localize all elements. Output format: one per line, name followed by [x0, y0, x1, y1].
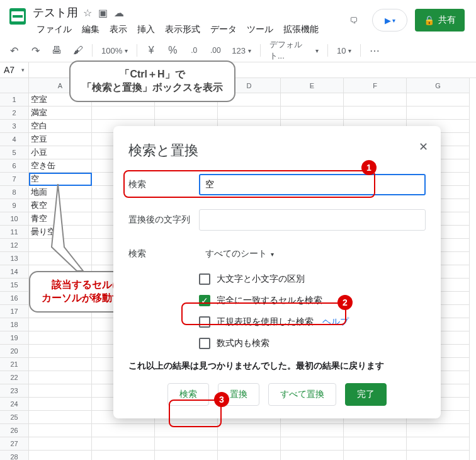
- cell-A6[interactable]: 空き缶: [29, 159, 92, 173]
- done-button[interactable]: 完了: [345, 383, 387, 406]
- replace-input[interactable]: [199, 209, 426, 231]
- col-header-G[interactable]: G: [407, 78, 470, 93]
- row-header-4[interactable]: 4: [0, 133, 29, 146]
- scope-dropdown[interactable]: すべてのシート: [199, 244, 280, 263]
- cell-B2[interactable]: [92, 106, 155, 120]
- undo-button[interactable]: ↶: [5, 42, 23, 59]
- menu-format[interactable]: 表示形式: [161, 23, 204, 37]
- select-all-corner[interactable]: [0, 78, 29, 93]
- cell-A21[interactable]: [29, 358, 92, 371]
- paint-format-button[interactable]: 🖌: [69, 42, 87, 59]
- name-box[interactable]: A7▾: [0, 62, 29, 78]
- meet-button[interactable]: ▶▾: [372, 9, 407, 32]
- row-header-16[interactable]: 16: [0, 292, 29, 305]
- cell-F2[interactable]: [344, 106, 407, 120]
- row-header-21[interactable]: 21: [0, 358, 29, 371]
- row-header-23[interactable]: 23: [0, 384, 29, 398]
- close-icon[interactable]: ✕: [419, 140, 428, 154]
- star-icon[interactable]: ☆: [83, 7, 92, 19]
- menu-tools[interactable]: ツール: [243, 23, 277, 37]
- row-header-2[interactable]: 2: [0, 106, 29, 120]
- more-toolbar-icon[interactable]: ⋯: [366, 42, 383, 59]
- font-dropdown[interactable]: デフォルト...: [266, 42, 322, 59]
- menu-view[interactable]: 表示: [106, 23, 131, 37]
- menu-insert[interactable]: 挿入: [133, 23, 159, 37]
- row-header-19[interactable]: 19: [0, 331, 29, 345]
- row-header-3[interactable]: 3: [0, 120, 29, 133]
- cell-F1[interactable]: [344, 93, 407, 106]
- font-size-dropdown[interactable]: 10: [333, 42, 355, 59]
- cell-E1[interactable]: [281, 93, 344, 106]
- cell-A28[interactable]: [29, 451, 92, 460]
- row-header-17[interactable]: 17: [0, 305, 29, 318]
- col-header-F[interactable]: F: [344, 78, 407, 93]
- row-header-18[interactable]: 18: [0, 318, 29, 331]
- cell-G1[interactable]: [407, 93, 470, 106]
- cloud-icon[interactable]: ☁: [114, 7, 124, 19]
- row-header-11[interactable]: 11: [0, 226, 29, 239]
- row-header-27[interactable]: 27: [0, 437, 29, 451]
- cell-A19[interactable]: [29, 331, 92, 345]
- cell-D28[interactable]: [218, 451, 281, 460]
- cell-B26[interactable]: [92, 424, 155, 437]
- cell-E26[interactable]: [281, 424, 344, 437]
- row-header-26[interactable]: 26: [0, 424, 29, 437]
- comments-icon[interactable]: 🗨: [342, 9, 365, 32]
- cell-A4[interactable]: 空豆: [29, 133, 92, 146]
- row-header-24[interactable]: 24: [0, 398, 29, 411]
- doc-title[interactable]: テスト用: [33, 5, 78, 20]
- cell-A23[interactable]: [29, 384, 92, 398]
- cell-C28[interactable]: [155, 451, 218, 460]
- row-header-1[interactable]: 1: [0, 93, 29, 106]
- print-button[interactable]: 🖶: [48, 42, 65, 59]
- row-header-22[interactable]: 22: [0, 371, 29, 384]
- decrease-decimal-button[interactable]: .0: [185, 42, 203, 59]
- cell-A24[interactable]: [29, 398, 92, 411]
- cell-A25[interactable]: [29, 411, 92, 424]
- find-button[interactable]: 検索: [167, 383, 209, 406]
- cell-G27[interactable]: [407, 437, 470, 451]
- cell-D26[interactable]: [218, 424, 281, 437]
- cell-D2[interactable]: [218, 106, 281, 120]
- help-link[interactable]: ヘルプ: [322, 316, 349, 328]
- menu-extensions[interactable]: 拡張機能: [280, 23, 322, 37]
- checkbox-match-case[interactable]: [199, 273, 210, 285]
- currency-button[interactable]: ¥: [142, 42, 160, 59]
- cell-G2[interactable]: [407, 106, 470, 120]
- increase-decimal-button[interactable]: .00: [207, 42, 224, 59]
- cell-F27[interactable]: [344, 437, 407, 451]
- checkbox-regex[interactable]: [199, 316, 210, 328]
- menu-edit[interactable]: 編集: [78, 23, 103, 37]
- cell-C2[interactable]: [155, 106, 218, 120]
- sheets-logo[interactable]: [5, 4, 30, 29]
- col-header-E[interactable]: E: [281, 78, 344, 93]
- cell-E2[interactable]: [281, 106, 344, 120]
- cell-A26[interactable]: [29, 424, 92, 437]
- cell-B28[interactable]: [92, 451, 155, 460]
- search-input[interactable]: [199, 174, 426, 195]
- row-header-6[interactable]: 6: [0, 159, 29, 173]
- row-header-25[interactable]: 25: [0, 411, 29, 424]
- cell-G28[interactable]: [407, 451, 470, 460]
- cell-E27[interactable]: [281, 437, 344, 451]
- checkbox-formula[interactable]: [199, 338, 210, 349]
- cell-F28[interactable]: [344, 451, 407, 460]
- cell-A22[interactable]: [29, 371, 92, 384]
- menu-file[interactable]: ファイル: [33, 23, 76, 37]
- cell-F26[interactable]: [344, 424, 407, 437]
- row-header-12[interactable]: 12: [0, 239, 29, 252]
- share-button[interactable]: 🔒共有: [415, 9, 465, 32]
- more-formats-dropdown[interactable]: 123: [228, 42, 255, 59]
- cell-A3[interactable]: 空白: [29, 120, 92, 133]
- cell-E28[interactable]: [281, 451, 344, 460]
- row-header-8[interactable]: 8: [0, 186, 29, 199]
- cell-D27[interactable]: [218, 437, 281, 451]
- menu-data[interactable]: データ: [207, 23, 241, 37]
- row-header-9[interactable]: 9: [0, 199, 29, 212]
- cell-G26[interactable]: [407, 424, 470, 437]
- cell-A20[interactable]: [29, 345, 92, 358]
- row-header-10[interactable]: 10: [0, 212, 29, 226]
- row-header-7[interactable]: 7: [0, 173, 29, 186]
- zoom-dropdown[interactable]: 100%: [98, 42, 132, 59]
- redo-button[interactable]: ↷: [26, 42, 44, 59]
